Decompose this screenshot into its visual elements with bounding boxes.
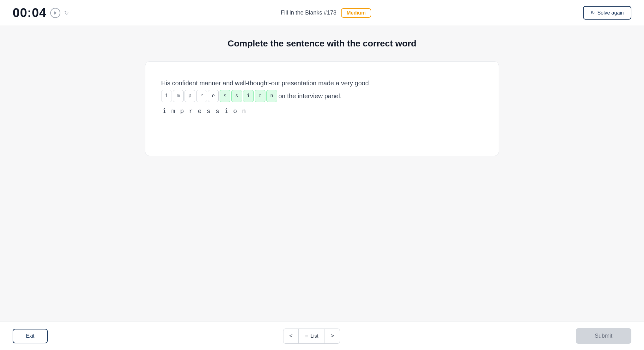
sentence-card: His confident manner and well-thought-ou… [145,61,499,156]
answer-letter: s [214,108,221,115]
answer-row: impression [161,108,483,115]
letter-box: r [196,90,207,102]
answer-letter: e [197,108,204,115]
title-section: Fill in the Blanks #178 Medium [281,8,372,18]
word-boxes: impression [161,90,277,102]
next-button[interactable]: > [325,329,340,344]
list-label: List [311,333,319,339]
answer-letter: p [179,108,186,115]
question-title: Complete the sentence with the correct w… [228,39,416,49]
difficulty-badge: Medium [341,8,371,18]
answer-letter: i [161,108,168,115]
timer-display: 00:04 [13,6,46,20]
answer-letter: r [188,108,195,115]
list-icon: ≡ [305,333,308,339]
play-button[interactable] [50,8,60,18]
answer-letter: o [232,108,239,115]
letter-box: i [161,90,172,102]
letter-box: n [266,90,277,102]
letter-box: p [185,90,195,102]
puzzle-title: Fill in the Blanks #178 [281,9,337,16]
solve-again-label: Solve again [597,10,624,16]
refresh-icon: ↻ [591,10,595,16]
main-content: Complete the sentence with the correct w… [0,26,644,322]
sentence-text: His confident manner and well-thought-ou… [161,77,483,102]
letter-box: m [173,90,184,102]
exit-button[interactable]: Exit [13,329,48,343]
letter-box: i [243,90,254,102]
answer-letter: i [223,108,230,115]
sentence-before: His confident manner and well-thought-ou… [161,77,369,89]
header: 00:04 ↻ Fill in the Blanks #178 Medium ↻… [0,0,644,26]
letter-box: e [208,90,219,102]
sentence-after: on the interview panel. [278,90,342,102]
answer-letter: m [170,108,177,115]
reset-timer-button[interactable]: ↻ [64,9,69,16]
solve-again-button[interactable]: ↻ Solve again [583,6,631,20]
prev-button[interactable]: < [283,329,298,344]
list-button[interactable]: ≡ List [298,329,325,344]
submit-button[interactable]: Submit [576,328,631,344]
svg-marker-0 [54,11,57,15]
letter-box: s [231,90,242,102]
play-icon [53,11,57,15]
letter-box: o [255,90,265,102]
answer-letter: s [205,108,212,115]
nav-section: < ≡ List > [283,329,340,344]
timer-section: 00:04 ↻ [13,6,69,20]
footer: Exit < ≡ List > Submit [0,322,644,350]
answer-letter: n [241,108,248,115]
letter-box: s [220,90,230,102]
